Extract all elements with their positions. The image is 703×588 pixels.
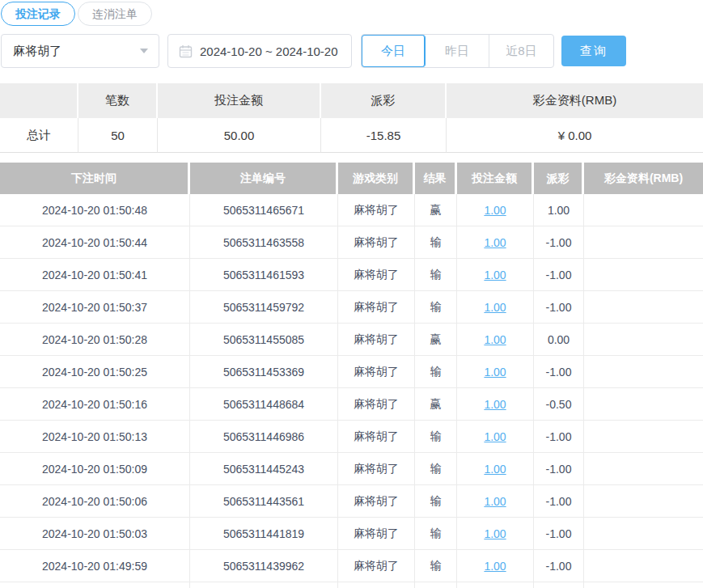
payout-cell: -0.50 <box>534 388 584 421</box>
game-type-cell: 麻将胡了 <box>338 518 415 550</box>
order-id-cell: 5065311455085 <box>190 324 338 356</box>
date-range-picker[interactable]: 2024-10-20 ~ 2024-10-20 <box>167 34 352 68</box>
search-button[interactable]: 查询 <box>561 36 626 66</box>
quick-range-last8days[interactable]: 近8日 <box>489 35 553 67</box>
bonus-cell <box>584 388 703 421</box>
summary-header-bet-amount: 投注金额 <box>158 83 321 118</box>
table-row: 2024-10-20 01:50:285065311455085麻将胡了赢1.0… <box>0 324 703 356</box>
game-type-cell: 麻将胡了 <box>338 324 415 356</box>
bonus-cell <box>584 518 703 550</box>
bonus-cell <box>584 259 703 291</box>
result-cell: 输 <box>415 356 457 388</box>
header-bet-amount: 投注金额 <box>457 163 534 194</box>
top-bar: 投注记录 连消注单 麻将胡了 2024-10-20 ~ 2024-10-20 今… <box>0 0 703 83</box>
summary-total-row: 总计 50 50.00 -15.85 ¥ 0.00 <box>0 118 703 153</box>
header-order-id: 注单编号 <box>190 163 338 194</box>
summary-total-payout: -15.85 <box>321 118 447 153</box>
quick-range-yesterday[interactable]: 昨日 <box>426 35 489 67</box>
game-type-cell: 麻将胡了 <box>338 582 415 588</box>
order-id-cell: 5065311441819 <box>190 518 338 550</box>
game-type-cell: 麻将胡了 <box>338 356 415 388</box>
bet-time-cell: 2024-10-20 01:50:37 <box>0 291 190 324</box>
summary-total-bet-amount: 50.00 <box>158 118 321 153</box>
bet-amount-link[interactable]: 1.00 <box>484 463 506 476</box>
order-id-cell: 5065311463558 <box>190 226 338 259</box>
bet-amount-link[interactable]: 1.00 <box>484 495 506 508</box>
payout-cell: -1.00 <box>534 485 584 518</box>
bet-amount-link[interactable]: 1.00 <box>484 430 506 443</box>
bet-time-cell: 2024-10-20 01:49:59 <box>0 550 190 582</box>
payout-cell: -1.00 <box>534 453 584 485</box>
table-row: 2024-10-20 01:50:445065311463558麻将胡了输1.0… <box>0 226 703 259</box>
game-dropdown-value: 麻将胡了 <box>13 44 61 59</box>
summary-total-label: 总计 <box>0 118 78 153</box>
result-cell: 输 <box>415 582 457 588</box>
payout-cell: -1.00 <box>534 582 584 588</box>
bet-amount-link[interactable]: 1.00 <box>484 333 506 346</box>
bet-time-cell: 2024-10-20 01:50:48 <box>0 194 190 226</box>
table-row: 2024-10-20 01:49:595065311439962麻将胡了输1.0… <box>0 550 703 582</box>
bet-time-cell: 2024-10-20 01:49:56 <box>0 582 190 588</box>
bet-amount-link[interactable]: 1.00 <box>484 398 506 411</box>
bonus-cell <box>584 226 703 259</box>
table-row: 2024-10-20 01:50:035065311441819麻将胡了输1.0… <box>0 518 703 550</box>
bet-amount-cell: 1.00 <box>457 582 534 588</box>
bet-amount-link[interactable]: 1.00 <box>484 366 506 379</box>
result-cell: 输 <box>415 518 457 550</box>
game-type-cell: 麻将胡了 <box>338 226 415 259</box>
bet-amount-cell: 1.00 <box>457 485 534 518</box>
bet-amount-cell: 1.00 <box>457 550 534 582</box>
result-cell: 赢 <box>415 194 457 226</box>
bet-amount-link[interactable]: 1.00 <box>484 560 506 573</box>
bet-amount-cell: 1.00 <box>457 388 534 421</box>
result-cell: 输 <box>415 550 457 582</box>
result-cell: 输 <box>415 226 457 259</box>
table-row: 2024-10-20 01:50:415065311461593麻将胡了输1.0… <box>0 259 703 291</box>
header-game-type: 游戏类别 <box>338 163 415 194</box>
tab-cancelled-orders[interactable]: 连消注单 <box>78 2 152 26</box>
bet-time-cell: 2024-10-20 01:50:25 <box>0 356 190 388</box>
game-type-cell: 麻将胡了 <box>338 259 415 291</box>
result-cell: 赢 <box>415 324 457 356</box>
game-type-cell: 麻将胡了 <box>338 453 415 485</box>
order-id-cell: 5065311438225 <box>190 582 338 588</box>
bet-amount-link[interactable]: 1.00 <box>484 527 506 540</box>
header-bet-time: 下注时间 <box>0 163 190 194</box>
game-dropdown[interactable]: 麻将胡了 <box>1 34 159 68</box>
bet-amount-cell: 1.00 <box>457 356 534 388</box>
tab-bet-records[interactable]: 投注记录 <box>1 2 75 26</box>
bet-amount-link[interactable]: 1.00 <box>484 269 506 281</box>
quick-range-today[interactable]: 今日 <box>362 35 426 67</box>
order-id-cell: 5065311443561 <box>190 485 338 518</box>
table-row: 2024-10-20 01:49:565065311438225麻将胡了输1.0… <box>0 582 703 588</box>
table-row: 2024-10-20 01:50:065065311443561麻将胡了输1.0… <box>0 485 703 518</box>
result-cell: 输 <box>415 485 457 518</box>
bet-amount-link[interactable]: 1.00 <box>484 236 506 249</box>
payout-cell: -1.00 <box>534 291 584 324</box>
summary-header-payout: 派彩 <box>321 83 447 118</box>
bets-table: 下注时间 注单编号 游戏类别 结果 投注金额 派彩 彩金资料(RMB) 2024… <box>0 163 703 588</box>
order-id-cell: 5065311453369 <box>190 356 338 388</box>
game-type-cell: 麻将胡了 <box>338 485 415 518</box>
table-row: 2024-10-20 01:50:165065311448684麻将胡了赢1.0… <box>0 388 703 421</box>
bonus-cell <box>584 550 703 582</box>
bonus-cell <box>584 582 703 588</box>
bet-time-cell: 2024-10-20 01:50:41 <box>0 259 190 291</box>
bet-amount-link[interactable]: 1.00 <box>484 301 506 314</box>
bet-amount-link[interactable]: 1.00 <box>484 204 506 217</box>
bonus-cell <box>584 485 703 518</box>
game-type-cell: 麻将胡了 <box>338 550 415 582</box>
order-id-cell: 5065311465671 <box>190 194 338 226</box>
bets-header-row: 下注时间 注单编号 游戏类别 结果 投注金额 派彩 彩金资料(RMB) <box>0 163 703 194</box>
bet-time-cell: 2024-10-20 01:50:06 <box>0 485 190 518</box>
order-id-cell: 5065311439962 <box>190 550 338 582</box>
bet-time-cell: 2024-10-20 01:50:03 <box>0 518 190 550</box>
bet-time-cell: 2024-10-20 01:50:44 <box>0 226 190 259</box>
bet-amount-cell: 1.00 <box>457 226 534 259</box>
bonus-cell <box>584 324 703 356</box>
summary-total-bonus: ¥ 0.00 <box>447 118 703 153</box>
payout-cell: -1.00 <box>534 421 584 453</box>
bet-time-cell: 2024-10-20 01:50:13 <box>0 421 190 453</box>
bet-amount-cell: 1.00 <box>457 259 534 291</box>
bet-amount-cell: 1.00 <box>457 194 534 226</box>
